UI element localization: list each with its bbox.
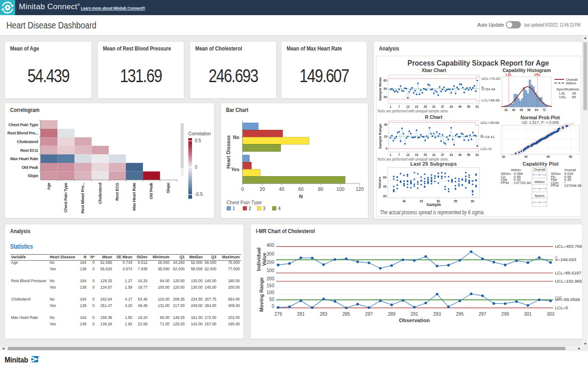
svg-text:LCL=89.6197: LCL=89.6197 <box>555 270 581 275</box>
svg-text:Observation: Observation <box>399 318 430 323</box>
svg-text:287: 287 <box>365 312 373 317</box>
svg-text:Age: Age <box>46 183 51 190</box>
svg-text:Correlation: Correlation <box>188 131 211 136</box>
svg-text:Heart Disease: Heart Disease <box>226 135 231 169</box>
svg-text:PPM: PPM <box>551 184 559 188</box>
svg-text:Yes: Yes <box>231 167 239 172</box>
svg-text:X=246.693: X=246.693 <box>555 257 576 262</box>
svg-text:72: 72 <box>543 108 546 112</box>
svg-text:No: No <box>233 134 239 140</box>
svg-text:285: 285 <box>342 312 350 317</box>
svg-text:100: 100 <box>336 186 345 192</box>
svg-text:40: 40 <box>512 108 515 112</box>
svg-text:Last 25 Subgroups: Last 25 Subgroups <box>410 161 457 167</box>
svg-text:Rest Blood Pre...: Rest Blood Pre... <box>80 183 85 213</box>
svg-text:LSL: LSL <box>506 73 512 76</box>
svg-text:Normal Prob Plot: Normal Prob Plot <box>520 115 560 120</box>
svg-text:80: 80 <box>569 155 573 158</box>
svg-text:55: 55 <box>467 153 470 156</box>
svg-text:Cholesterol: Cholesterol <box>17 139 38 144</box>
svg-text:300: 300 <box>266 251 274 256</box>
svg-text:Overall: Overall <box>534 167 546 172</box>
svg-text:13: 13 <box>406 153 410 156</box>
svg-text:Individual: Individual <box>256 247 261 271</box>
svg-text:19: 19 <box>415 153 418 156</box>
svg-text:80: 80 <box>318 186 323 192</box>
svg-text:56: 56 <box>527 108 531 112</box>
svg-text:Values: Values <box>378 177 382 189</box>
svg-text:65: 65 <box>384 79 387 82</box>
svg-text:25: 25 <box>424 153 427 156</box>
svg-text:50: 50 <box>269 297 275 302</box>
svg-text:Chest Pain Type: Chest Pain Type <box>226 200 262 205</box>
svg-text:40: 40 <box>402 200 406 203</box>
svg-text:1: 1 <box>390 105 391 108</box>
svg-text:301: 301 <box>524 312 532 317</box>
svg-text:Max Heart Rate: Max Heart Rate <box>132 183 136 211</box>
svg-text:Rest ECG: Rest ECG <box>20 148 38 153</box>
svg-text:65: 65 <box>572 95 576 99</box>
svg-text:UCL=403.766: UCL=403.766 <box>555 244 582 249</box>
svg-text:200: 200 <box>266 260 274 265</box>
svg-text:0: 0 <box>385 147 387 150</box>
svg-text:40: 40 <box>524 155 528 158</box>
svg-text:LCL=0: LCL=0 <box>481 147 492 151</box>
svg-text:37: 37 <box>441 153 445 156</box>
svg-text:13: 13 <box>406 105 410 108</box>
svg-text:Xbar Chart: Xbar Chart <box>422 67 447 73</box>
svg-text:0: 0 <box>195 165 198 170</box>
svg-text:Capability Histogram: Capability Histogram <box>503 67 551 73</box>
svg-text:N: N <box>299 194 303 199</box>
svg-text:40: 40 <box>384 123 388 126</box>
svg-text:303: 303 <box>547 312 554 317</box>
svg-text:297: 297 <box>479 312 486 317</box>
svg-text:55: 55 <box>384 87 387 90</box>
svg-text:31: 31 <box>432 105 436 108</box>
svg-text:Specs: Specs <box>534 194 544 198</box>
svg-text:Tests are performed with unequ: Tests are performed with unequal sample … <box>377 108 449 113</box>
svg-text:Sample Mean: Sample Mean <box>378 77 382 100</box>
svg-text:7: 7 <box>398 105 400 108</box>
svg-text:Cholesterol: Cholesterol <box>98 183 102 204</box>
svg-text:The actual process spread is r: The actual process spread is represented… <box>380 209 485 216</box>
svg-text:Old Peak: Old Peak <box>22 165 39 170</box>
svg-text:60: 60 <box>383 176 387 179</box>
svg-text:31: 31 <box>432 153 436 156</box>
svg-text:2: 2 <box>249 206 251 211</box>
svg-text:4: 4 <box>278 206 281 211</box>
svg-text:20: 20 <box>502 155 505 158</box>
svg-text:200: 200 <box>266 276 274 281</box>
svg-text:Slope: Slope <box>28 173 38 178</box>
svg-text:43: 43 <box>450 105 453 108</box>
svg-text:MR=59.0596: MR=59.0596 <box>555 297 580 302</box>
svg-text:100: 100 <box>266 268 274 273</box>
svg-text:60: 60 <box>298 186 304 192</box>
svg-text:Chest Pain Type: Chest Pain Type <box>63 183 68 212</box>
svg-text:LCL=38.68: LCL=38.68 <box>481 98 500 102</box>
svg-text:291: 291 <box>411 312 418 317</box>
svg-text:137752.64: 137752.64 <box>514 181 531 185</box>
svg-text:48: 48 <box>520 108 523 112</box>
svg-text:Sample: Sample <box>426 202 441 207</box>
svg-text:55: 55 <box>454 200 458 203</box>
svg-text:100: 100 <box>266 290 274 295</box>
svg-text:7: 7 <box>398 153 400 156</box>
svg-text:293: 293 <box>433 312 441 317</box>
svg-text:Slope: Slope <box>166 183 170 193</box>
svg-text:60: 60 <box>471 200 475 203</box>
svg-text:137068.58: 137068.58 <box>564 184 582 188</box>
svg-text:25: 25 <box>424 105 427 108</box>
svg-text:0.5: 0.5 <box>195 138 201 143</box>
svg-text:Chest Pain Type: Chest Pain Type <box>8 123 38 127</box>
svg-text:45: 45 <box>384 95 387 99</box>
svg-text:37: 37 <box>441 105 445 108</box>
svg-text:Process Capability Sixpack Rep: Process Capability Sixpack Report for Ag… <box>407 59 549 67</box>
svg-text:3: 3 <box>263 206 266 211</box>
svg-text:Within: Within <box>534 180 544 184</box>
svg-text:X=54.44: X=54.44 <box>481 87 496 91</box>
svg-text:43: 43 <box>450 153 453 156</box>
svg-text:UCL=70.20: UCL=70.20 <box>481 77 500 81</box>
svg-text:299: 299 <box>501 312 509 317</box>
svg-text:Within: Within <box>566 81 576 85</box>
svg-text:R Chart: R Chart <box>425 114 442 120</box>
